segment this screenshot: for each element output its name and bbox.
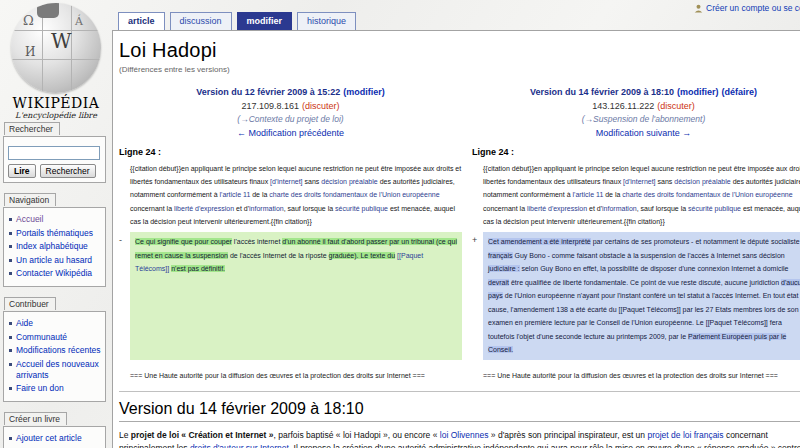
right-section-link[interactable]: (→Suspension de l'abonnement): [582, 114, 706, 124]
person-icon: [694, 4, 703, 13]
go-button[interactable]: Lire: [8, 164, 36, 178]
tab-historique[interactable]: historique: [297, 12, 356, 30]
page-tabs: article discussion modifier historique: [118, 12, 356, 30]
diff-right-header: Version du 14 février 2009 à 18:10(modif…: [472, 86, 800, 144]
bullet-icon: [9, 322, 12, 325]
portlet-title: Contribuer: [4, 297, 56, 310]
search-button[interactable]: Rechercher: [40, 164, 96, 178]
diff-gap: [462, 162, 472, 232]
left-ip-link[interactable]: 217.109.8.161: [241, 101, 299, 111]
search-input[interactable]: [8, 146, 100, 160]
diff-gap: [119, 360, 130, 379]
left-footer-line: === Une Haute autorité pour la diffusion…: [130, 360, 462, 379]
sidebar: Rechercher Lire Rechercher Navigation Ac…: [0, 118, 112, 448]
sidebar-item-faire-un-don[interactable]: Faire un don: [8, 383, 103, 394]
tab-modifier[interactable]: modifier: [237, 12, 293, 30]
diff-subtitle: (Différences entre les versions): [119, 65, 800, 74]
wikipedia-wordmark[interactable]: WIKIPÉDIA: [0, 95, 112, 111]
bullet-icon: [9, 387, 12, 390]
globe-glyph: И: [25, 45, 35, 59]
portlet-title: Créer un livre: [4, 412, 67, 425]
bullet-icon: [9, 218, 12, 221]
search-portlet-title: Rechercher: [4, 122, 60, 135]
portlet-title: Navigation: [4, 193, 56, 206]
sidebar-item-hasard[interactable]: Un article au hasard: [8, 255, 103, 266]
portlet-creer-un-livre: Créer un livre Ajouter cet article Aide …: [3, 408, 106, 448]
sidebar-item-nouveaux-arrivants[interactable]: Accueil des nouveaux arrivants: [8, 359, 103, 381]
removed-block: Ce qui signifie que pour couper l'accès …: [130, 232, 462, 360]
added-marker: +: [472, 232, 483, 360]
right-version-link[interactable]: Version du 14 février 2009 à 18:10: [530, 87, 674, 97]
sidebar-item-modifs-recentes[interactable]: Modifications récentes: [8, 345, 103, 356]
sidebar-item-index[interactable]: Index alphabétique: [8, 241, 103, 252]
bullet-icon: [9, 437, 12, 440]
create-account-link[interactable]: Créer un compte ou se connecter: [694, 3, 800, 13]
page-title: Loi Hadopi: [119, 39, 800, 62]
portlet-navigation: Navigation Accueil Portails thématiques …: [3, 189, 106, 287]
sidebar-item-aide[interactable]: Aide: [8, 318, 103, 329]
article-lead-paragraph: Le projet de loi « Création et Internet …: [119, 429, 800, 448]
right-footer-line: === Une Haute autorité pour la diffusion…: [483, 360, 800, 379]
left-section-link[interactable]: (→Contexte du projet de loi): [237, 114, 343, 124]
content-area: Loi Hadopi (Différences entre les versio…: [112, 30, 800, 448]
diff-gap: [472, 360, 483, 379]
left-modifier-link[interactable]: (modifier): [343, 87, 385, 97]
sidebar-item-portails[interactable]: Portails thématiques: [8, 228, 103, 239]
portlet-contribuer: Contribuer Aide Communauté Modifications…: [3, 293, 106, 402]
left-line-label: Ligne 24 :: [119, 144, 462, 162]
search-portlet: Rechercher Lire Rechercher: [3, 118, 106, 183]
diff-table: Version du 12 février 2009 à 15:22(modif…: [119, 86, 800, 379]
removed-marker: -: [119, 232, 130, 360]
droits-auteur-link[interactable]: droits d'auteur sur Internet: [190, 443, 289, 448]
bullet-icon: [9, 336, 12, 339]
left-version-link[interactable]: Version du 12 février 2009 à 15:22: [196, 87, 340, 97]
diff-gap: [462, 144, 472, 162]
wikipedia-logo[interactable]: Ω W И Á WIKIPÉDIA L'encyclopédie libre: [0, 0, 112, 120]
tab-article[interactable]: article: [118, 12, 165, 30]
tab-discussion[interactable]: discussion: [170, 12, 232, 30]
left-context-marker: [119, 162, 130, 232]
sidebar-item-ajouter-article[interactable]: Ajouter cet article: [8, 433, 103, 444]
diff-gap: [462, 86, 472, 144]
right-ip-link[interactable]: 143.126.11.222: [592, 101, 654, 111]
sidebar-item-communaute[interactable]: Communauté: [8, 332, 103, 343]
loi-olivennes-link[interactable]: loi Olivennes: [440, 430, 489, 440]
diff-gap: [462, 232, 472, 360]
globe-puzzle-piece: [37, 3, 59, 18]
bullet-icon: [9, 259, 12, 262]
bullet-icon: [9, 363, 12, 366]
right-context-text: {{citation début}}en appliquant le princ…: [483, 162, 800, 232]
projet-de-loi-link[interactable]: projet de loi français: [647, 430, 723, 440]
right-defaire-link[interactable]: (défaire): [722, 87, 758, 97]
rendered-version-heading: Version du 14 février 2009 à 18:10: [119, 400, 800, 422]
wikipedia-globe-icon[interactable]: Ω W И Á: [11, 3, 101, 93]
left-context-text: {{citation début}}en appliquant le princ…: [130, 162, 462, 232]
right-modifier-link[interactable]: (modifier): [677, 87, 719, 97]
right-context-marker: [472, 162, 483, 232]
sidebar-item-accueil[interactable]: Accueil: [8, 214, 103, 225]
sidebar-item-contacter[interactable]: Contacter Wikipédia: [8, 268, 103, 279]
right-discuter-link[interactable]: (discuter): [657, 101, 695, 111]
diff-section-divider: [119, 391, 800, 392]
next-diff-link[interactable]: Modification suivante →: [596, 128, 692, 138]
bullet-icon: [9, 272, 12, 275]
globe-glyph: Á: [75, 15, 83, 28]
diff-gap: [462, 360, 472, 379]
globe-glyph: W: [51, 29, 72, 53]
bullet-icon: [9, 232, 12, 235]
bullet-icon: [9, 349, 12, 352]
prev-diff-link[interactable]: ← Modification précédente: [237, 128, 344, 138]
create-account-label: Créer un compte ou se connecter: [706, 3, 800, 13]
left-discuter-link[interactable]: (discuter): [302, 101, 340, 111]
diff-left-header: Version du 12 février 2009 à 15:22(modif…: [119, 86, 462, 144]
bullet-icon: [9, 245, 12, 248]
globe-glyph: Ω: [23, 13, 34, 28]
added-block: Cet amendement a été interprété par cert…: [483, 232, 800, 360]
right-line-label: Ligne 24 :: [472, 144, 800, 162]
